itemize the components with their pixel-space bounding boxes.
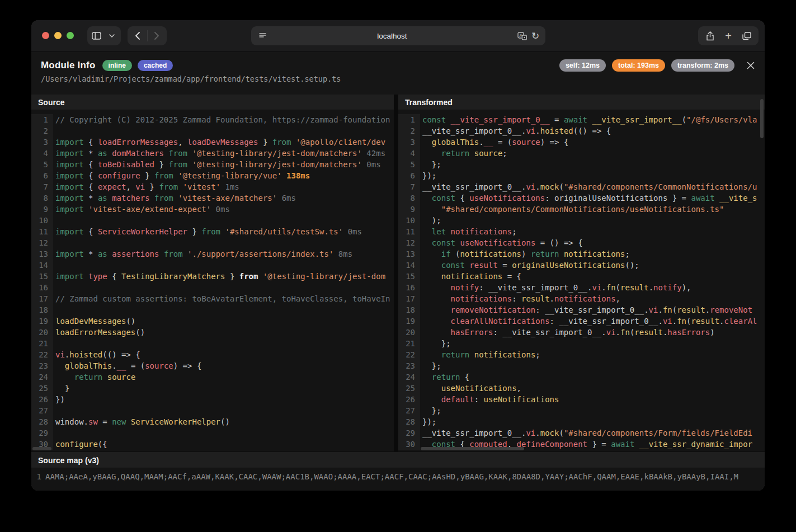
code-line: 9 "#shared/components/CommonNotification… bbox=[398, 204, 765, 215]
line-number: 1 bbox=[31, 114, 53, 125]
line-number: 4 bbox=[398, 148, 420, 159]
code-line: 13import * as assertions from './support… bbox=[31, 248, 394, 260]
code-line: 27 bbox=[31, 405, 394, 416]
line-content: useNotifications, bbox=[420, 383, 521, 394]
line-number: 6 bbox=[398, 170, 420, 181]
new-tab-icon[interactable]: + bbox=[722, 29, 735, 43]
code-panels: Source 1// Copyright (C) 2012-2025 Zamma… bbox=[31, 95, 765, 451]
line-number: 6 bbox=[31, 170, 53, 181]
close-icon[interactable] bbox=[746, 60, 756, 70]
line-number: 11 bbox=[31, 226, 53, 237]
sidebar-toggle-button[interactable] bbox=[87, 26, 121, 45]
badge-cached: cached bbox=[138, 60, 173, 71]
traffic-lights bbox=[42, 32, 74, 39]
line-number: 3 bbox=[31, 136, 53, 148]
line-content: }); bbox=[420, 416, 436, 427]
line-content: return { bbox=[420, 371, 469, 383]
line-number: 12 bbox=[398, 237, 420, 248]
reload-icon[interactable]: ↻ bbox=[529, 29, 542, 43]
line-content: return source bbox=[53, 371, 135, 383]
address-bar[interactable]: localhost A ↻ bbox=[251, 26, 545, 45]
metric-pill: self: 12ms bbox=[559, 59, 606, 72]
line-content: __vite_ssr_import_0__.vi.mock("#shared/c… bbox=[420, 427, 752, 439]
code-line: 11import { ServiceWorkerHelper } from '#… bbox=[31, 226, 394, 237]
line-number: 2 bbox=[398, 125, 420, 136]
line-number: 15 bbox=[398, 271, 420, 282]
code-line: 28}); bbox=[398, 416, 765, 427]
line-number: 14 bbox=[31, 260, 53, 271]
line-number: 26 bbox=[398, 394, 420, 405]
code-line: 19loadDevMessages() bbox=[31, 316, 394, 327]
back-button[interactable] bbox=[130, 29, 144, 43]
code-line: 10 ); bbox=[398, 215, 765, 226]
line-content: configure({ bbox=[53, 439, 107, 450]
line-number: 28 bbox=[31, 416, 53, 427]
code-line: 21 bbox=[31, 338, 394, 349]
code-line: 21 }; bbox=[398, 338, 765, 349]
line-content: const useNotifications = () => { bbox=[420, 237, 583, 248]
line-number: 11 bbox=[398, 226, 420, 237]
line-number: 18 bbox=[398, 304, 420, 316]
code-line: 15import type { TestingLibraryMatchers }… bbox=[31, 271, 394, 282]
code-line: 29 bbox=[31, 427, 394, 439]
line-number: 2 bbox=[31, 125, 53, 136]
line-number: 19 bbox=[31, 316, 53, 327]
code-line: 18 removeNotification: __vite_ssr_import… bbox=[398, 304, 765, 316]
forward-button[interactable] bbox=[150, 29, 164, 43]
line-number: 3 bbox=[398, 136, 420, 148]
code-line: 19 clearAllNotifications: __vite_ssr_imp… bbox=[398, 316, 765, 327]
line-content: globalThis.__ = (source) => { bbox=[420, 136, 568, 148]
line-number: 9 bbox=[31, 204, 53, 215]
source-panel-title: Source bbox=[31, 95, 394, 110]
source-hscrollbar-thumb[interactable] bbox=[32, 447, 51, 450]
share-icon[interactable] bbox=[703, 29, 717, 43]
code-line: 6}); bbox=[398, 170, 765, 181]
zoom-window-button[interactable] bbox=[67, 32, 74, 39]
line-number: 13 bbox=[31, 248, 53, 260]
sourcemap-line: 1 AAMA;AAeA,yBAAG,QAAQ,MAAM;AACf,aAAW,KA… bbox=[31, 468, 765, 485]
code-line: 3import { loadErrorMessages, loadDevMess… bbox=[31, 136, 394, 148]
line-content bbox=[53, 405, 55, 416]
line-content: default: useNotifications bbox=[420, 394, 559, 405]
close-window-button[interactable] bbox=[42, 32, 49, 39]
line-content: import { expect, vi } from 'vitest' 1ms bbox=[53, 181, 239, 192]
code-line: 11 let notifications; bbox=[398, 226, 765, 237]
line-content: window.sw = new ServiceWorkerHelper() bbox=[53, 416, 230, 427]
code-line: 27 }; bbox=[398, 405, 765, 416]
code-line: 22 return notifications; bbox=[398, 349, 765, 360]
line-content: return notifications; bbox=[420, 349, 540, 360]
divider bbox=[147, 30, 148, 41]
line-number: 27 bbox=[398, 405, 420, 416]
page-format-icon[interactable] bbox=[256, 29, 269, 43]
line-content: return source; bbox=[420, 148, 507, 159]
code-line: 2 bbox=[31, 125, 394, 136]
url-text: localhost bbox=[269, 32, 515, 40]
tabs-overview-icon[interactable] bbox=[740, 29, 753, 43]
code-line: 23 globalThis.__ = (source) => { bbox=[31, 360, 394, 371]
line-content: __vite_ssr_import_0__.vi.mock("#shared/c… bbox=[420, 181, 757, 192]
line-number: 12 bbox=[31, 237, 53, 248]
line-number: 29 bbox=[398, 427, 420, 439]
translate-icon[interactable]: A bbox=[515, 29, 529, 43]
line-number: 25 bbox=[398, 383, 420, 394]
line-content: vi.hoisted(() => { bbox=[53, 349, 140, 360]
line-number: 10 bbox=[398, 215, 420, 226]
line-content: } bbox=[53, 383, 69, 394]
code-line: 29__vite_ssr_import_0__.vi.mock("#shared… bbox=[398, 427, 765, 439]
transformed-hscrollbar-thumb[interactable] bbox=[421, 447, 524, 450]
line-content: "#shared/components/CommonNotifications/… bbox=[420, 204, 724, 215]
line-number: 13 bbox=[398, 248, 420, 260]
code-line: 26}) bbox=[31, 394, 394, 405]
line-content: import { toBeDisabled } from '@testing-l… bbox=[53, 159, 381, 170]
panel-divider[interactable] bbox=[394, 95, 398, 451]
sidebar-icon bbox=[90, 29, 103, 43]
line-number: 7 bbox=[31, 181, 53, 192]
line-content: }); bbox=[420, 170, 436, 181]
minimize-window-button[interactable] bbox=[54, 32, 62, 39]
code-line: 12 bbox=[31, 237, 394, 248]
transformed-vscrollbar-thumb[interactable] bbox=[760, 99, 764, 138]
code-line: 30configure({ bbox=[31, 439, 394, 450]
code-line: 23 }; bbox=[398, 360, 765, 371]
line-content: clearAllNotifications: __vite_ssr_import… bbox=[420, 316, 757, 327]
code-line: 17 notifications: result.notifications, bbox=[398, 293, 765, 304]
